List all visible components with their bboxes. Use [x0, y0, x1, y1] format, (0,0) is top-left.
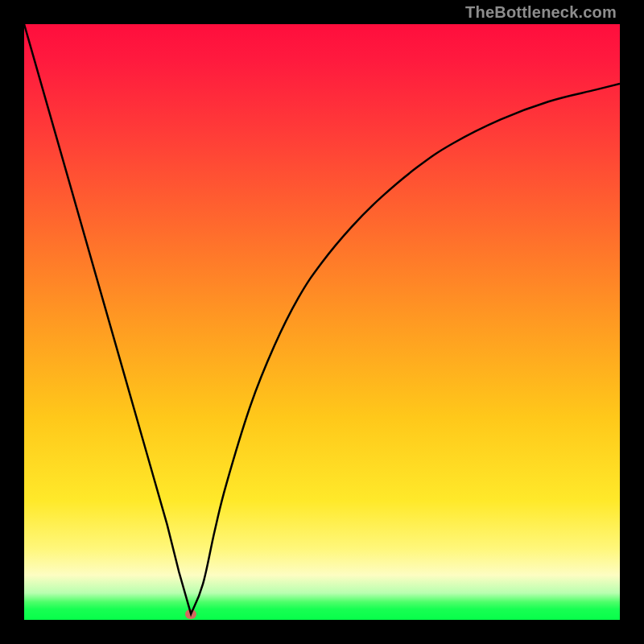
plot-area [24, 24, 620, 620]
watermark-label: TheBottleneck.com [465, 3, 617, 22]
bottleneck-curve [24, 24, 620, 620]
chart-frame: TheBottleneck.com [0, 0, 644, 644]
curve-path [24, 24, 620, 614]
